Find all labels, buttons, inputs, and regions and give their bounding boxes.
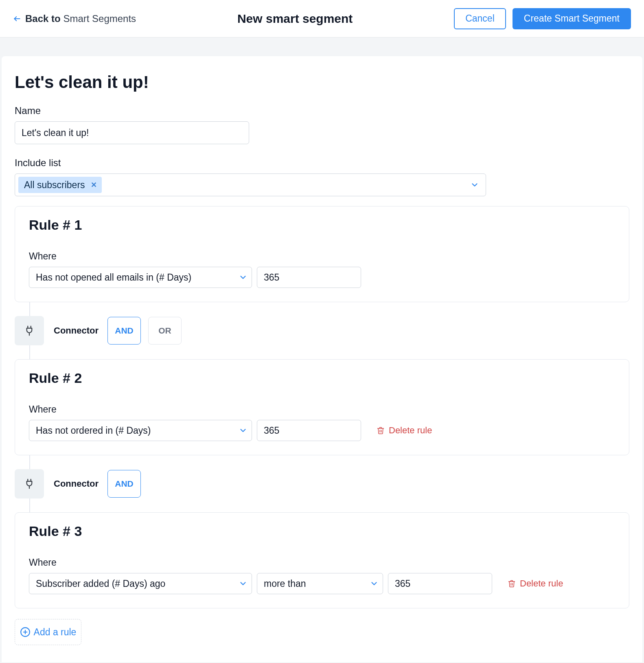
chevron-down-icon — [239, 273, 248, 282]
plug-icon — [15, 469, 44, 498]
connector-2-wrap: Connector AND — [15, 455, 629, 512]
chevron-down-icon — [239, 426, 248, 435]
rule-3-comparator-text: more than — [264, 578, 306, 589]
rule-3-delete-button[interactable]: Delete rule — [508, 578, 563, 589]
rule-card-2: Rule # 2 Where Has not ordered in (# Day… — [15, 359, 629, 455]
rule-2-delete-button[interactable]: Delete rule — [377, 425, 432, 436]
rule-2-condition-select[interactable]: Has not ordered in (# Days) — [29, 420, 252, 441]
arrow-left-icon — [13, 15, 21, 23]
top-bar: Back to Smart Segments New smart segment… — [0, 0, 644, 37]
back-label-tail: Smart Segments — [63, 13, 136, 24]
chevron-down-icon — [239, 579, 248, 588]
rule-1-condition-select[interactable]: Has not opened all emails in (# Days) — [29, 267, 252, 288]
name-input[interactable] — [15, 121, 249, 144]
plug-icon — [15, 316, 44, 345]
rule-3-where-label: Where — [29, 557, 615, 568]
rule-3-delete-label: Delete rule — [520, 578, 563, 589]
connector-2-label: Connector — [54, 479, 99, 489]
connector-1-wrap: Connector AND OR — [15, 302, 629, 359]
connector-1: Connector AND OR — [15, 302, 629, 359]
back-link[interactable]: Back to Smart Segments — [13, 13, 136, 24]
rule-1-condition-text: Has not opened all emails in (# Days) — [36, 272, 191, 283]
rule-card-3: Rule # 3 Where Subscriber added (# Days)… — [15, 512, 629, 608]
rule-2-where-label: Where — [29, 404, 615, 415]
segment-title: Let's clean it up! — [15, 72, 629, 92]
add-rule-button[interactable]: Add a rule — [15, 619, 81, 645]
connector-1-and-toggle[interactable]: AND — [107, 317, 141, 345]
add-rule-label: Add a rule — [34, 627, 77, 638]
trash-icon — [377, 426, 385, 435]
rule-3-condition-text: Subscriber added (# Days) ago — [36, 578, 165, 589]
rule-3-value-input[interactable] — [388, 573, 492, 594]
create-smart-segment-button[interactable]: Create Smart Segment — [513, 8, 631, 29]
rule-3-condition-select[interactable]: Subscriber added (# Days) ago — [29, 573, 252, 594]
rule-card-1: Rule # 1 Where Has not opened all emails… — [15, 206, 629, 302]
include-list-chip: All subscribers ✕ — [18, 177, 102, 193]
chevron-down-icon — [370, 579, 379, 588]
plus-circle-icon — [20, 627, 31, 637]
page-title-heading: New smart segment — [237, 12, 353, 26]
connector-2: Connector AND — [15, 455, 629, 512]
name-field: Name — [15, 105, 629, 144]
rule-1-title: Rule # 1 — [29, 217, 615, 233]
back-label-strong: Back to — [25, 13, 61, 24]
include-list-field: Include list All subscribers ✕ — [15, 157, 629, 196]
topbar-actions: Cancel Create Smart Segment — [454, 8, 631, 29]
content-sheet: Let's clean it up! Name Include list All… — [2, 56, 642, 662]
connector-1-label: Connector — [54, 325, 99, 336]
rule-1-where-label: Where — [29, 251, 615, 262]
chevron-down-icon — [470, 180, 479, 189]
cancel-button[interactable]: Cancel — [454, 8, 506, 29]
name-label: Name — [15, 105, 629, 116]
include-list-select[interactable]: All subscribers ✕ — [15, 173, 486, 196]
rule-2-title: Rule # 2 — [29, 370, 615, 386]
include-list-label: Include list — [15, 157, 629, 169]
include-list-chip-label: All subscribers — [24, 180, 85, 191]
rule-2-condition-text: Has not ordered in (# Days) — [36, 425, 151, 436]
connector-1-or-toggle[interactable]: OR — [148, 317, 182, 345]
rule-3-comparator-select[interactable]: more than — [257, 573, 383, 594]
rule-1-value-input[interactable] — [257, 267, 361, 288]
rule-3-title: Rule # 3 — [29, 523, 615, 539]
rule-2-delete-label: Delete rule — [389, 425, 432, 436]
rule-2-value-input[interactable] — [257, 420, 361, 441]
trash-icon — [508, 580, 516, 588]
connector-2-and-toggle[interactable]: AND — [107, 470, 141, 498]
rules-area: Rule # 1 Where Has not opened all emails… — [15, 206, 629, 645]
close-icon[interactable]: ✕ — [91, 180, 97, 189]
